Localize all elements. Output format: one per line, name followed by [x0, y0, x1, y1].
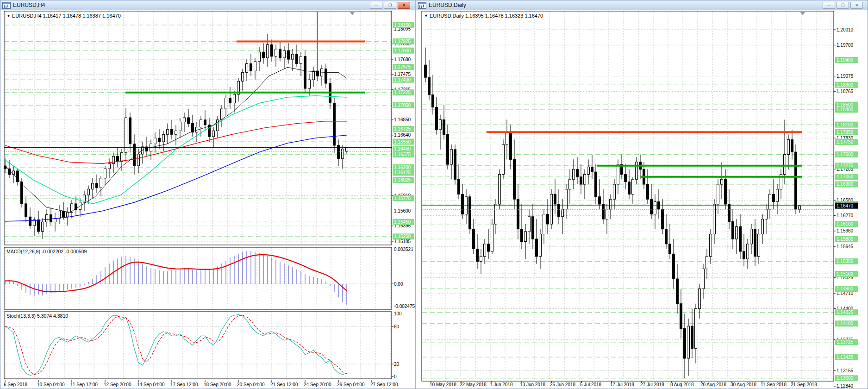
- candle-bull: [525, 232, 527, 241]
- candle-bear: [517, 199, 519, 229]
- time-scale[interactable]: 10 May 201822 May 20181 Jun 201813 Jun 2…: [430, 381, 817, 387]
- candle-bull: [221, 109, 223, 120]
- window-title: EURUSD,Daily: [429, 2, 466, 8]
- candle-bear: [676, 279, 679, 304]
- candle-bear: [117, 157, 119, 162]
- candle-bear: [521, 229, 523, 242]
- eurusd-h4-titlebar[interactable]: EURUSD,H4 — ❐ ✕: [0, 0, 415, 10]
- candle-bear: [599, 197, 601, 204]
- chart-window-icon: [418, 2, 426, 9]
- daily-chart-canvas[interactable]: 1.200101.197001.190751.187651.178301.172…: [416, 10, 868, 389]
- candle-bear: [21, 182, 23, 204]
- level-price-badge-label: 1.17050: [394, 103, 411, 108]
- candle-bear: [595, 172, 597, 197]
- level-price-badge-label: 1.18150: [394, 23, 411, 28]
- macd-panel: 0.0035210.00-0.002475: [4, 247, 415, 309]
- candle-bear: [580, 177, 582, 184]
- price-scale-label: 1.20010: [837, 27, 854, 32]
- candle-bull: [765, 209, 768, 219]
- candle-bull: [175, 131, 177, 134]
- price-scale-label: 1.15645: [837, 244, 854, 249]
- level-price-badge-label: 1.19400: [837, 57, 854, 63]
- candle-bull: [121, 153, 123, 162]
- candle-bull: [613, 184, 616, 199]
- current-price-badge-label: 1.16470: [837, 203, 854, 208]
- level-price-badge-label: 1.16200: [394, 165, 411, 170]
- candle-bear: [204, 120, 206, 125]
- candle-bear: [325, 69, 327, 84]
- price-scale[interactable]: 1.180951.178901.176801.174751.172651.168…: [392, 22, 414, 244]
- time-scale-label: 18 Sep 20:00: [204, 382, 231, 387]
- chart-dropdown-icon[interactable]: ▼: [7, 14, 10, 18]
- macd-scale-min: -0.002475: [394, 304, 415, 309]
- candle-bull: [713, 204, 716, 234]
- level-price-badge-label: 1.13425: [837, 355, 854, 360]
- price-scale-label: 1.17475: [394, 72, 411, 77]
- minimize-button[interactable]: —: [823, 2, 835, 9]
- candle-bull: [499, 175, 501, 204]
- restore-button[interactable]: ❐: [384, 2, 396, 9]
- price-scale[interactable]: 1.200101.197001.190751.187651.178301.172…: [834, 27, 858, 389]
- candle-bear: [447, 135, 449, 164]
- eurusd-daily-titlebar[interactable]: EURUSD,Daily — ❐ ✕: [416, 0, 868, 10]
- candle-bear: [624, 175, 627, 182]
- level-price-badge-label: 1.15775: [394, 196, 411, 201]
- macd-scale-zero: 0.00: [394, 282, 403, 287]
- candle-bull: [606, 209, 608, 219]
- level-price-badge-label: 1.13725: [837, 339, 854, 345]
- time-scale-label: 30 Aug 2018: [731, 382, 757, 387]
- level-price-badge-label: 1.16450: [394, 146, 411, 151]
- candle-bear: [96, 183, 98, 188]
- candle-bull: [769, 194, 771, 209]
- candle-bear: [673, 254, 675, 279]
- level-price-badge-label: 1.17925: [394, 39, 411, 44]
- time-scale-label: 24 Sep 20:00: [304, 382, 331, 387]
- candle-bull: [617, 164, 619, 184]
- candle-bear: [287, 50, 290, 59]
- time-scale-label: 10 Sep 04:00: [37, 382, 65, 387]
- candle-bull: [736, 226, 738, 239]
- candle-bear: [487, 244, 490, 251]
- candle-bull: [776, 189, 779, 202]
- candle-bull: [87, 189, 90, 195]
- chart-window-icon: [2, 2, 11, 9]
- macd-indicator-label: MACD(12,26,9) -0.002202 -0.000509: [6, 249, 87, 254]
- price-scale-label: 1.16640: [394, 132, 411, 138]
- stoch-indicator-label: Stoch(13,3,3) 5.3074 4.3810: [6, 313, 68, 319]
- level-price-badge-label: 1.17500: [837, 152, 854, 157]
- level-price-badge-label: 1.13000: [837, 376, 854, 381]
- candle-bear: [647, 184, 649, 199]
- level-price-badge-label: 1.14100: [837, 321, 854, 326]
- candle-bull: [67, 213, 69, 217]
- time-scale-label: 11 Sep 12:00: [70, 382, 98, 387]
- candle-bull: [246, 63, 248, 72]
- minimize-button[interactable]: —: [370, 2, 382, 9]
- time-scale-label: 17 Jul 2018: [610, 382, 634, 387]
- eurusd-h4-window: EURUSD,H4 — ❐ ✕ 1.180951.178901.176801.1…: [0, 0, 415, 389]
- price-scale-label: 1.15600: [394, 208, 411, 213]
- candle-bear: [724, 179, 727, 204]
- restore-button[interactable]: ❐: [837, 2, 849, 9]
- candle-bear: [187, 118, 190, 124]
- level-price-badge-label: 1.15350: [837, 259, 854, 264]
- candle-bull: [758, 234, 760, 256]
- level-price-badge-label: 1.15800: [837, 237, 854, 242]
- chart-shift-marker-icon[interactable]: [350, 12, 355, 15]
- candle-bull: [300, 56, 302, 64]
- time-scale-label: 20 Aug 2018: [700, 382, 727, 387]
- candle-bull: [108, 163, 111, 169]
- close-button[interactable]: ✕: [850, 2, 863, 9]
- close-button[interactable]: ✕: [398, 2, 410, 9]
- candle-bear: [558, 204, 560, 217]
- candle-bear: [547, 214, 549, 224]
- candle-bear: [536, 239, 538, 257]
- candle-bull: [450, 150, 453, 164]
- chart-dropdown-icon[interactable]: ▼: [425, 14, 428, 18]
- candle-bull: [484, 244, 486, 257]
- candle-bull: [179, 122, 181, 131]
- time-scale-label: 25 Jun 2018: [550, 382, 575, 387]
- time-scale-label: 12 Sep 20:00: [104, 382, 131, 387]
- h4-chart-canvas[interactable]: 1.180951.178901.176801.174751.172651.168…: [0, 10, 416, 389]
- time-scale[interactable]: 6 Sep 201810 Sep 04:0011 Sep 12:0012 Sep…: [4, 380, 398, 387]
- candle-bull: [543, 214, 545, 234]
